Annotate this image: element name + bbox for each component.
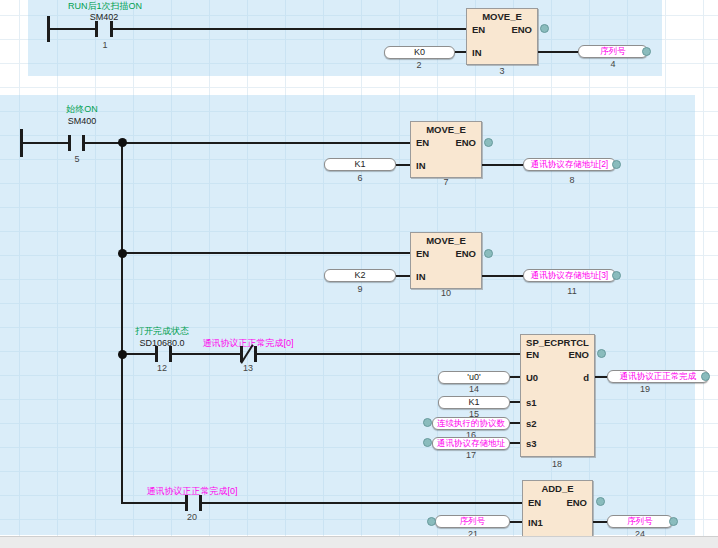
- output-connector-dot: [642, 47, 651, 56]
- contact-device: SM402: [90, 12, 119, 23]
- step-number: 19: [640, 384, 650, 394]
- output-operand-box[interactable]: 通讯协议存储地址[2]: [523, 158, 616, 171]
- no-contact[interactable]: [185, 495, 188, 511]
- eno-connector-dot: [540, 24, 549, 33]
- nc-contact[interactable]: [254, 346, 257, 362]
- step-number: 11: [567, 286, 576, 296]
- step-number: 4: [610, 59, 615, 69]
- step-number: 20: [187, 512, 197, 522]
- step-number: 1: [102, 40, 107, 50]
- wire: [48, 28, 95, 30]
- junction-dot: [118, 138, 127, 147]
- no-contact-sm402[interactable]: [110, 21, 113, 37]
- contact-device: SM400: [68, 116, 97, 127]
- contact-comment: 打开完成状态: [135, 326, 189, 337]
- junction-dot: [118, 249, 127, 258]
- no-contact-sm402[interactable]: [95, 21, 98, 37]
- no-contact-sm400[interactable]: [82, 135, 85, 151]
- step-number: 5: [74, 154, 79, 164]
- pin-d: d: [583, 372, 589, 383]
- wire: [22, 142, 68, 144]
- operand-value-box[interactable]: K2: [324, 269, 396, 282]
- function-block-sp-ecprtcl[interactable]: SP_ECPRTCL EN ENO U0 d s1 s2 s3: [520, 334, 595, 457]
- wire: [510, 376, 520, 378]
- function-block-move-e[interactable]: MOVE_E EN ENO IN: [466, 8, 538, 65]
- output-operand-box[interactable]: 序列号: [607, 515, 673, 528]
- operand-value-box[interactable]: K0: [384, 46, 455, 59]
- step-number: 12: [157, 363, 167, 373]
- function-block-move-e[interactable]: MOVE_E EN ENO IN: [410, 121, 482, 178]
- pin-en: EN: [472, 24, 485, 35]
- eno-connector-dot: [484, 249, 493, 258]
- output-operand-box[interactable]: 序列号: [578, 45, 648, 58]
- step-number: 10: [441, 288, 451, 298]
- output-operand-box[interactable]: 通讯协议存储地址[3]: [523, 269, 616, 282]
- contact-device: 通讯协议正正常完成[0]: [146, 486, 237, 497]
- step-number: 3: [499, 66, 504, 76]
- junction-dot: [118, 350, 127, 359]
- branch-wire: [121, 142, 123, 504]
- operand-value-box[interactable]: 序列号: [435, 515, 510, 528]
- input-connector-dot: [423, 418, 432, 427]
- pin-eno: ENO: [511, 24, 532, 35]
- wire: [593, 521, 607, 523]
- wire: [396, 275, 410, 277]
- no-contact-sd10680[interactable]: [169, 346, 172, 362]
- input-connector-dot: [423, 438, 432, 447]
- wire: [113, 28, 466, 30]
- step-number: 9: [357, 284, 362, 294]
- output-connector-dot: [669, 517, 678, 526]
- output-connector-dot: [612, 160, 621, 169]
- block-title: MOVE_E: [411, 124, 481, 135]
- no-contact-sm400[interactable]: [68, 135, 71, 151]
- no-contact-sd10680[interactable]: [155, 346, 158, 362]
- step-number: 8: [569, 175, 574, 185]
- pin-s3: s3: [526, 438, 537, 449]
- pin-u0: U0: [526, 372, 538, 383]
- wire: [85, 142, 410, 144]
- operand-value-box[interactable]: 连续执行的协议数: [432, 417, 510, 430]
- wire: [202, 502, 522, 504]
- function-block-add-e[interactable]: ADD_E EN ENO IN1: [522, 480, 593, 538]
- operand-value-box[interactable]: 'u0': [438, 371, 510, 384]
- pin-in: IN: [416, 271, 426, 282]
- contact-comment: RUN后1次扫描ON: [68, 1, 142, 12]
- block-title: MOVE_E: [467, 11, 537, 22]
- step-number: 13: [243, 363, 253, 373]
- block-title: MOVE_E: [411, 235, 481, 246]
- pin-en: EN: [528, 497, 541, 508]
- operand-value-box[interactable]: K1: [324, 158, 396, 171]
- wire: [122, 252, 410, 254]
- output-connector-dot: [612, 271, 621, 280]
- pin-in1: IN1: [528, 517, 543, 528]
- eno-connector-dot: [597, 349, 606, 358]
- wire: [172, 353, 240, 355]
- wire: [510, 401, 520, 403]
- no-contact[interactable]: [199, 495, 202, 511]
- ladder-editor-canvas: RUN后1次扫描ON SM402 1 MOVE_E EN ENO IN 3 K0…: [0, 0, 718, 548]
- step-number: 17: [466, 450, 476, 460]
- pin-in: IN: [416, 160, 426, 171]
- operand-value-box[interactable]: 通讯协议存储地址: [432, 437, 510, 450]
- wire: [595, 376, 607, 378]
- wire: [257, 353, 520, 355]
- pin-s1: s1: [526, 397, 537, 408]
- wire: [510, 422, 520, 424]
- wire: [396, 164, 410, 166]
- function-block-move-e[interactable]: MOVE_E EN ENO IN: [410, 232, 482, 289]
- wire: [122, 502, 185, 504]
- wire: [510, 521, 522, 523]
- wire: [455, 51, 466, 53]
- pin-eno: ENO: [455, 137, 476, 148]
- output-operand-box[interactable]: 通讯协议正正常完成: [607, 370, 709, 383]
- operand-value-box[interactable]: K1: [438, 396, 510, 409]
- pin-en: EN: [416, 248, 429, 259]
- step-number: 14: [469, 384, 479, 394]
- pin-en: EN: [416, 137, 429, 148]
- pin-in: IN: [472, 47, 482, 58]
- pin-eno: ENO: [568, 349, 589, 360]
- pin-en: EN: [526, 349, 539, 360]
- block-title: ADD_E: [523, 483, 592, 494]
- wire: [538, 51, 578, 53]
- step-number: 2: [416, 60, 421, 70]
